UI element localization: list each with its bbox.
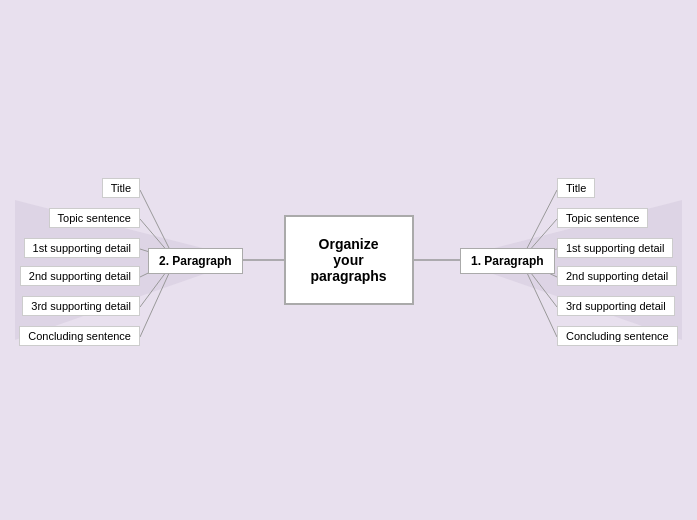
- left-detail-3rd: 3rd supporting detail: [22, 296, 140, 316]
- right-detail-3rd: 3rd supporting detail: [557, 296, 675, 316]
- left-detail-topic: Topic sentence: [49, 208, 140, 228]
- right-detail-topic: Topic sentence: [557, 208, 648, 228]
- left-detail-1st: 1st supporting detail: [24, 238, 140, 258]
- center-label: Organize your paragraphs: [310, 236, 386, 284]
- left-detail-title: Title: [102, 178, 140, 198]
- canvas: Organize your paragraphs 2. Paragraph 1.…: [0, 0, 697, 520]
- right-detail-1st: 1st supporting detail: [557, 238, 673, 258]
- right-detail-concluding: Concluding sentence: [557, 326, 678, 346]
- center-box: Organize your paragraphs: [284, 215, 414, 305]
- left-detail-2nd: 2nd supporting detail: [20, 266, 140, 286]
- left-para-node: 2. Paragraph: [148, 248, 243, 274]
- right-para-node: 1. Paragraph: [460, 248, 555, 274]
- right-detail-2nd: 2nd supporting detail: [557, 266, 677, 286]
- left-detail-concluding: Concluding sentence: [19, 326, 140, 346]
- right-detail-title: Title: [557, 178, 595, 198]
